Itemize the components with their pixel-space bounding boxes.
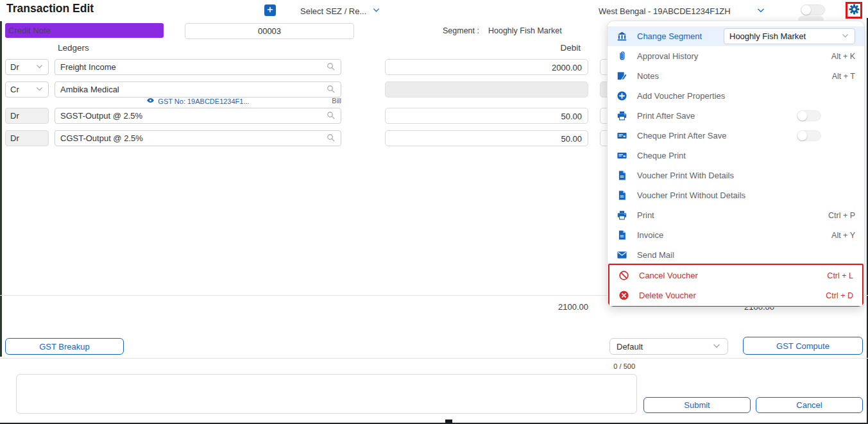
menu-item-shortcut: Ctrl + P [828,211,855,220]
segment-label: Segment : [443,26,479,35]
voucher-number-input[interactable]: 00003 [185,23,354,39]
menu-item-label: Invoice [637,230,663,240]
gear-icon[interactable] [848,3,860,18]
search-icon [326,133,336,144]
voucher-type-badge[interactable]: Credit Note [5,23,164,38]
segment-select[interactable]: Hooghly Fish Market [724,28,855,44]
printer-icon [617,110,627,121]
ledger-input[interactable]: CGST-Output @ 2.5% [55,130,341,146]
menu-item-cheque-print[interactable]: Cheque Print [608,146,864,165]
ledgers-column-header: Ledgers [58,43,89,53]
menu-item-shortcut: Alt + K [831,52,855,61]
pdf-icon [617,190,627,201]
debit-input[interactable] [385,81,588,98]
menu-item-print[interactable]: PrintCtrl + P [608,205,864,225]
bottom-artifact [445,420,452,423]
transaction-edit-page: Transaction Edit Select SEZ / Re... West… [0,0,868,424]
menu-item-label: Add Voucher Properties [637,91,725,101]
menu-item-label: Print [637,210,654,220]
drcr-value: Dr [10,111,19,121]
menu-item-delete-voucher[interactable]: Delete VoucherCtrl + D [609,285,862,305]
char-counter: 0 / 500 [552,362,635,370]
add-button[interactable] [264,4,276,16]
header-toggle[interactable] [801,4,825,15]
menu-danger-box: Cancel VoucherCtrl + LDelete VoucherCtrl… [608,264,864,307]
menu-item-notes[interactable]: NotesAlt + T [608,66,864,86]
drcr-value: Cr [10,85,19,94]
delete-icon [618,290,629,301]
cheque-icon [617,150,627,161]
gst-breakup-button[interactable]: GST Breakup [5,338,124,355]
menu-item-invoice[interactable]: InvoiceAlt + Y [608,225,864,245]
search-icon [326,110,336,122]
debit-input[interactable]: 50.00 [385,108,588,124]
settings-menu: Change SegmentHooghly Fish MarketApprova… [607,21,865,307]
submit-button[interactable]: Submit [643,397,751,413]
menu-item-approval-history[interactable]: Approval HistoryAlt + K [608,46,864,66]
menu-item-add-voucher-properties[interactable]: Add Voucher Properties [608,86,864,106]
chevron-down-icon [841,31,849,42]
cancel-button[interactable]: Cancel [756,397,863,413]
menu-item-print-after-save[interactable]: Print After Save [608,106,864,126]
menu-item-label: Cheque Print After Save [637,131,726,140]
gst-number-link[interactable]: GST No: 19ABCDE1234F1... [55,96,341,106]
gst-compute-button[interactable]: GST Compute [743,337,863,355]
plus-circle-icon [617,90,627,101]
pdf-icon [617,170,627,181]
debit-input[interactable]: 2000.00 [385,59,588,75]
menu-item-label: Cheque Print [637,151,686,160]
menu-item-label: Voucher Print Without Details [637,191,745,200]
sez-selector[interactable]: Select SEZ / Re... [300,6,380,16]
menu-item-voucher-print-with-details[interactable]: Voucher Print With Details [608,165,864,185]
menu-item-label: Notes [637,71,659,81]
gst-number-text: GST No: 19ABCDE1234F1... [158,98,249,105]
plus-icon [266,4,274,16]
drcr-select[interactable]: Dr [5,130,49,146]
menu-item-shortcut: Ctrl + D [826,291,853,300]
gstin-selector[interactable]: West Bengal - 19ABCDE1234F1ZH [599,6,765,17]
menu-item-send-mail[interactable]: Send Mail [608,245,864,265]
drcr-select[interactable]: Dr [5,59,49,75]
debit-column-header: Debit [385,43,581,53]
template-select-value: Default [617,342,643,352]
printer-icon [617,210,627,221]
debit-input[interactable]: 50.00 [385,130,588,146]
template-select[interactable]: Default [609,338,728,355]
ledger-value: SGST-Output @ 2.5% [60,111,142,121]
search-icon [326,84,336,96]
ledger-input[interactable]: SGST-Output @ 2.5% [55,108,341,124]
segment-select-value: Hooghly Fish Market [729,31,806,41]
total-debit: 2100.00 [385,302,588,312]
ledger-value: Freight Income [60,62,116,72]
drcr-value: Dr [10,133,19,143]
menu-item-label: Send Mail [637,250,674,260]
chevron-down-icon [756,6,765,17]
menu-item-label: Voucher Print With Details [637,171,734,180]
chevron-down-icon [35,62,44,72]
ledger-input[interactable]: Ambika Medical [55,81,341,98]
cancel-icon [618,270,629,281]
pdf-icon [617,230,627,241]
menu-item-change-segment[interactable]: Change SegmentHooghly Fish Market [608,26,864,46]
gstin-selector-label: West Bengal - 19ABCDE1234F1ZH [599,6,731,16]
menu-item-label: Print After Save [637,111,695,121]
drcr-select[interactable]: Cr [5,81,49,98]
menu-item-label: Approval History [637,51,698,61]
bill-label[interactable]: Bill [316,97,341,105]
ledger-value: Ambika Medical [60,85,119,94]
menu-item-voucher-print-without-details[interactable]: Voucher Print Without Details [608,185,864,205]
ledger-input[interactable]: Freight Income [55,59,341,75]
toggle-switch[interactable] [797,110,821,121]
segment-line: Segment : Hooghly Fish Market [443,26,562,35]
toggle-switch[interactable] [797,130,821,141]
ledger-value: CGST-Output @ 2.5% [60,133,143,143]
menu-item-cheque-print-after-save[interactable]: Cheque Print After Save [608,126,864,146]
drcr-select[interactable]: Dr [5,108,49,124]
menu-item-cancel-voucher[interactable]: Cancel VoucherCtrl + L [609,266,862,285]
narration-textarea[interactable] [16,374,637,414]
sez-selector-label: Select SEZ / Re... [300,6,366,16]
paperclip-icon [617,51,627,62]
drcr-value: Dr [10,62,19,72]
gear-annotation-box [846,2,862,19]
segment-value: Hooghly Fish Market [488,26,562,35]
